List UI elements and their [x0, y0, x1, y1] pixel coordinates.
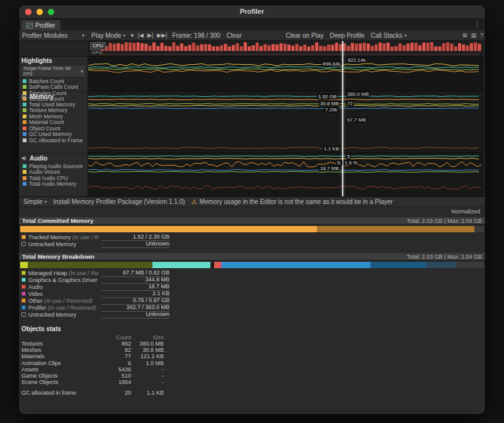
details-toolbar: Simple ▾ Install Memory Profiler Package…	[19, 196, 485, 207]
memory-details-panel: Normalized Total Committed Memory Total:…	[19, 207, 485, 414]
next-frame-button[interactable]: ▶|	[146, 32, 155, 38]
series-swatch	[23, 170, 26, 174]
normalized-toggle[interactable]: Normalized	[451, 208, 480, 215]
clear-on-play-toggle[interactable]: Clear on Play	[282, 32, 326, 39]
legend-swatch	[21, 305, 26, 310]
section-title: Total Committed Memory	[22, 217, 93, 224]
series-toggle[interactable]: Batches Count	[19, 78, 88, 84]
breakdown-legend: Managed Heap (In use / Reserved) 67.7 MB…	[21, 269, 485, 318]
legend-row: Audio 18.7 MB	[21, 283, 485, 290]
memory-breakdown-bar[interactable]	[20, 262, 484, 268]
audio-section-header[interactable]: Audio	[19, 154, 88, 162]
help-icon[interactable]: ?	[478, 32, 485, 38]
install-package-button[interactable]: Install Memory Profiler Package (Version…	[54, 198, 185, 205]
target-frame-time-dropdown[interactable]: Target Frame Time: 60 FPS ▾	[21, 65, 86, 77]
series-swatch	[23, 108, 26, 112]
series-toggle[interactable]: Audio Voices	[19, 169, 88, 176]
profiler-modules-dropdown[interactable]: Profiler Modules ▾	[19, 32, 88, 39]
legend-label: Other (In use / Reserved)	[28, 298, 99, 304]
deep-profile-toggle[interactable]: Deep Profile	[327, 32, 368, 39]
chart-area[interactable]: CPU GPU 822.14k696.84k380.0 MB1.52 GB30.…	[88, 41, 484, 196]
legend-row: Graphics & Graphics Driver 344.8 MB	[21, 276, 485, 283]
legend-swatch	[21, 235, 26, 239]
series-swatch	[23, 79, 26, 83]
series-toggle[interactable]: Material Count	[19, 120, 88, 126]
window-title: Profiler	[19, 8, 485, 15]
audio-section: Audio Playing Audio Sources Audio Voices…	[19, 153, 88, 187]
legend-label: Video	[28, 291, 99, 297]
series-swatch	[23, 120, 26, 124]
objects-table-header: Count Size	[21, 334, 485, 341]
series-toggle[interactable]: GC Allocated in Frame	[19, 137, 88, 144]
chevron-down-icon: ▾	[45, 199, 47, 205]
selected-frame-indicator[interactable]	[342, 41, 343, 196]
legend-label: Managed Heap (In use / Reserved)	[28, 270, 99, 276]
series-toggle[interactable]: SetPass Calls Count	[19, 84, 88, 91]
series-toggle[interactable]: Object Count	[19, 125, 88, 132]
chevron-down-icon: ▾	[123, 33, 125, 38]
details-view-icon[interactable]: ▤	[469, 32, 478, 38]
table-row: Scene Objects1854-	[21, 379, 485, 385]
series-swatch	[23, 138, 26, 142]
series-toggle[interactable]: Total Used Memory	[19, 101, 88, 108]
chevron-down-icon: ▾	[81, 69, 83, 74]
pane-layout-icon[interactable]: ⊞	[461, 32, 469, 38]
section-title: Total Memory Breakdown	[22, 253, 94, 260]
prev-frame-button[interactable]: |◀	[136, 32, 146, 38]
series-toggle[interactable]: Total Audio CPU	[19, 175, 88, 181]
series-swatch	[23, 115, 26, 118]
series-toggle[interactable]: Total Audio Memory	[19, 181, 88, 188]
committed-memory-header: Total Committed Memory Total: 2.03 GB | …	[19, 217, 485, 225]
series-swatch	[23, 132, 26, 136]
bar-segment	[370, 262, 426, 268]
bar-segment	[214, 262, 220, 268]
chevron-down-icon: ▾	[404, 33, 407, 38]
legend-label: Profiler (In use / Reserved)	[28, 305, 99, 311]
table-row: Animation Clips61.0 MB	[21, 360, 485, 366]
chevron-down-icon: ▾	[82, 33, 84, 38]
legend-label: Tracked Memory (In use / Reserved)	[28, 234, 99, 240]
objects-stats: Objects stats Count Size Textures862380.…	[21, 325, 485, 397]
gpu-track-label[interactable]: GPU	[91, 50, 102, 55]
series-toggle[interactable]: Texture Memory	[19, 108, 88, 114]
series-swatch	[23, 85, 26, 89]
profiler-tab-icon	[26, 23, 33, 28]
highlights-title: Highlights	[19, 57, 88, 65]
objects-stats-title: Objects stats	[21, 325, 485, 334]
current-frame-button[interactable]: ▶▶|	[155, 32, 169, 38]
call-stacks-dropdown[interactable]: Call Stacks ▾	[368, 32, 410, 39]
legend-swatch	[21, 271, 26, 275]
legend-swatch	[21, 298, 26, 303]
section-totals: Total: 2.03 GB | Max: 2.04 GB	[407, 218, 482, 224]
record-icon[interactable]: ●	[129, 32, 135, 38]
bar-segment	[456, 262, 484, 268]
bar-segment	[20, 226, 317, 232]
play-mode-dropdown[interactable]: Play Mode ▾	[88, 32, 129, 39]
cpu-track-label[interactable]: CPU	[90, 42, 106, 50]
tab-profiler[interactable]: Profiler	[21, 20, 60, 30]
clear-button[interactable]: Clear	[224, 32, 245, 39]
profiler-toolbar: Profiler Modules ▾ Play Mode ▾ ● |◀ ▶| ▶…	[19, 30, 485, 41]
frame-counter: Frame: 198 / 300	[169, 32, 223, 39]
bar-segment	[152, 262, 210, 268]
series-toggle[interactable]: Playing Audio Sources	[19, 163, 88, 169]
series-toggle[interactable]: Mesh Memory	[19, 113, 88, 120]
kebab-menu-icon[interactable]: ⋮	[474, 21, 485, 30]
table-row: Game Objects510-	[21, 373, 485, 379]
table-row: Meshes8230.8 MB	[21, 347, 485, 353]
view-mode-dropdown[interactable]: Simple ▾	[23, 198, 47, 205]
legend-label: Graphics & Graphics Driver	[28, 277, 99, 283]
series-swatch	[23, 103, 26, 106]
legend-value: Unknown	[101, 240, 169, 248]
table-row: Assets5436-	[21, 366, 485, 373]
bar-segment	[426, 262, 456, 268]
series-toggle[interactable]: GC Used Memory	[19, 132, 88, 138]
committed-memory-bar[interactable]	[20, 226, 484, 232]
memory-section-header[interactable]: Memory	[19, 93, 88, 101]
legend-row: Managed Heap (In use / Reserved) 67.7 MB…	[21, 269, 485, 276]
bar-segment	[222, 262, 370, 268]
series-swatch	[23, 164, 26, 168]
bar-segment	[474, 226, 484, 232]
size-column-header: Size	[131, 334, 164, 341]
legend-row: Video 2.1 KB	[21, 290, 485, 297]
